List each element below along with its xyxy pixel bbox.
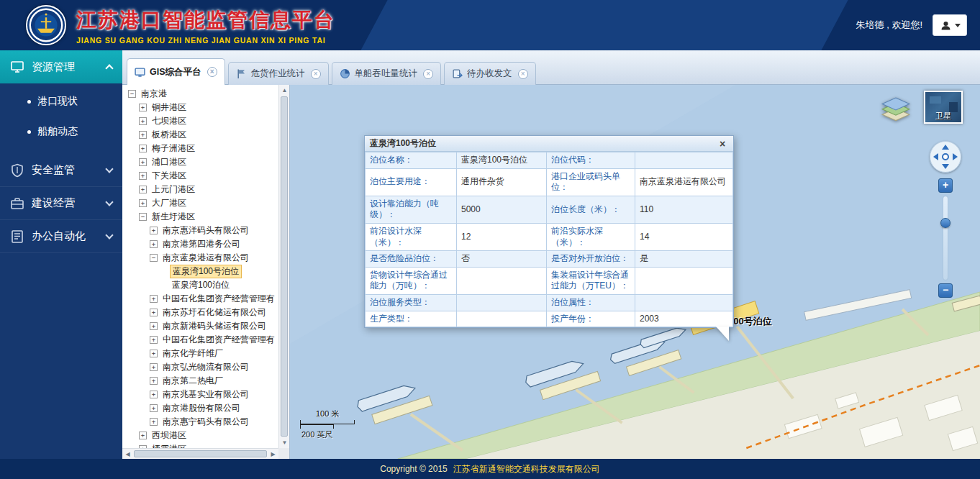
tree-node[interactable]: +浦口港区: [125, 155, 278, 169]
pan-control[interactable]: [930, 141, 961, 173]
expand-icon[interactable]: +: [150, 391, 158, 398]
zoom-slider-track[interactable]: [943, 196, 948, 280]
tab-close-icon[interactable]: ×: [518, 69, 528, 79]
tab-close-icon[interactable]: ×: [311, 69, 321, 79]
collapse-icon[interactable]: −: [128, 90, 136, 98]
monitor-icon: [10, 60, 24, 74]
sidebar-item-resources[interactable]: 资源管理: [0, 50, 122, 83]
pan-down-icon[interactable]: [942, 164, 949, 169]
close-icon[interactable]: ×: [717, 139, 728, 149]
tree-node[interactable]: +南京新港码头储运有限公司: [125, 319, 278, 333]
tree-node[interactable]: +下关港区: [125, 169, 278, 183]
scale-feet-bar: [300, 424, 334, 429]
expand-icon[interactable]: +: [139, 158, 147, 166]
expand-icon[interactable]: +: [150, 377, 158, 385]
bullet-icon: [27, 100, 31, 104]
tree-node[interactable]: +南京兆基实业有限公司: [125, 388, 278, 401]
sidebar-item-construction-management[interactable]: 建设经营: [0, 187, 122, 220]
tree-node[interactable]: +南京港股份有限公司: [125, 401, 278, 415]
tree-node[interactable]: +铜井港区: [125, 101, 278, 114]
expand-icon[interactable]: +: [150, 227, 158, 234]
pan-up-icon[interactable]: [942, 145, 949, 150]
collapse-icon[interactable]: −: [139, 213, 147, 221]
tree-node-label: 南京港股份有限公司: [160, 402, 242, 414]
zoom-slider-handle[interactable]: [940, 218, 950, 228]
tree-node[interactable]: +南京苏圩石化储运有限公司: [125, 306, 278, 319]
expand-icon[interactable]: +: [139, 117, 147, 125]
expand-icon[interactable]: +: [139, 199, 147, 207]
sidebar-subitem-port-status[interactable]: 港口现状: [0, 86, 122, 117]
horizontal-scroll-thumb[interactable]: [134, 450, 267, 457]
expand-icon[interactable]: +: [150, 295, 158, 303]
user-menu-button[interactable]: [933, 14, 967, 36]
zoom-out-button[interactable]: −: [938, 283, 953, 298]
tab-ship-throughput-stats[interactable]: 单船吞吐量统计×: [332, 62, 442, 85]
tree-node[interactable]: +大厂港区: [125, 196, 278, 210]
scroll-left-icon[interactable]: ◀: [122, 449, 133, 459]
scroll-down-icon[interactable]: ▼: [279, 437, 290, 448]
expand-icon[interactable]: +: [139, 186, 147, 193]
expand-icon[interactable]: +: [139, 172, 147, 180]
tab-close-icon[interactable]: ×: [423, 69, 433, 79]
satellite-view-button[interactable]: 卫星: [924, 91, 963, 124]
pan-right-icon[interactable]: [953, 153, 958, 160]
scroll-right-icon[interactable]: ▶: [268, 449, 278, 459]
tree-node[interactable]: +板桥港区: [125, 128, 278, 142]
chevron-down-icon: [105, 231, 113, 239]
tab-label: 待办收发文: [467, 68, 512, 80]
expand-icon[interactable]: +: [150, 350, 158, 357]
expand-icon[interactable]: +: [150, 336, 158, 344]
tree-node[interactable]: +西坝港区: [125, 429, 278, 442]
tree-node[interactable]: +七坝港区: [125, 114, 278, 128]
expand-icon[interactable]: +: [139, 432, 147, 439]
expand-icon[interactable]: +: [150, 322, 158, 330]
tree-node[interactable]: +南京惠宁码头有限公司: [125, 415, 278, 429]
popup-table-body: 泊位名称：蓝泉湾100号泊位泊位代码：泊位主要用途：通用件杂货港口企业或码头单位…: [366, 152, 733, 327]
expand-icon[interactable]: +: [150, 309, 158, 316]
tree-node[interactable]: −新生圩港区: [125, 210, 278, 224]
gis-map[interactable]: 蓝泉湾100号泊位 × 泊位名称：蓝泉湾100号泊位泊位代码：泊位主要用途：通用…: [290, 85, 980, 459]
tab-gis[interactable]: GIS综合平台×: [127, 58, 225, 85]
tree-node[interactable]: 蓝泉湾100号泊位: [125, 265, 278, 278]
expand-icon[interactable]: +: [139, 104, 147, 111]
expand-icon[interactable]: +: [150, 418, 158, 426]
expand-icon[interactable]: +: [150, 240, 158, 248]
tree-node[interactable]: +南京第二热电厂: [125, 374, 278, 388]
expand-icon[interactable]: +: [139, 131, 147, 139]
pan-center-icon[interactable]: [942, 153, 949, 160]
tree-node[interactable]: +梅子洲港区: [125, 142, 278, 155]
tab-close-icon[interactable]: ×: [207, 67, 217, 77]
zoom-in-button[interactable]: +: [938, 178, 953, 193]
tree-node[interactable]: +南京化学纤维厂: [125, 347, 278, 360]
tree-node[interactable]: +南京港第四港务公司: [125, 237, 278, 251]
tree-node[interactable]: +南京惠洋码头有限公司: [125, 224, 278, 237]
expand-icon[interactable]: +: [139, 145, 147, 152]
tree-node[interactable]: +栖霞港区: [125, 442, 278, 448]
sidebar-item-office-automation[interactable]: 办公自动化: [0, 220, 122, 253]
scrollbar-corner: [278, 448, 289, 459]
vertical-scroll-thumb[interactable]: [281, 96, 288, 437]
expand-icon[interactable]: +: [150, 363, 158, 371]
tree-node[interactable]: +上元门港区: [125, 183, 278, 196]
tree-node-label: 蓝泉湾100泊位: [170, 279, 232, 291]
tree-horizontal-scrollbar[interactable]: ◀ ▶: [122, 448, 278, 459]
collapse-icon[interactable]: −: [150, 254, 158, 262]
chevron-down-icon: [105, 165, 113, 173]
sidebar-subitem-ship-dynamics[interactable]: 船舶动态: [0, 117, 122, 147]
tree-node[interactable]: 蓝泉湾100泊位: [125, 278, 278, 292]
sidebar-item-safety-supervision[interactable]: 安全监管: [0, 154, 122, 187]
tree-node[interactable]: +南京弘光物流有限公司: [125, 360, 278, 374]
scroll-up-icon[interactable]: ▲: [279, 85, 290, 96]
tab-todo-documents[interactable]: 待办收发文×: [444, 62, 536, 85]
layers-icon[interactable]: [881, 96, 911, 122]
pan-left-icon[interactable]: [933, 153, 938, 160]
tree-node[interactable]: +中国石化集团资产经营管理有: [125, 333, 278, 347]
map-zoom-control: + −: [930, 141, 961, 298]
tree-node[interactable]: +中国石化集团资产经营管理有: [125, 292, 278, 306]
tree-node[interactable]: −南京港: [125, 87, 278, 101]
expand-icon[interactable]: +: [150, 404, 158, 412]
tree-node[interactable]: −南京蓝泉港运有限公司: [125, 251, 278, 265]
tab-dangerous-cargo-stats[interactable]: 危货作业统计×: [228, 62, 329, 85]
tree-node-label: 蓝泉湾100号泊位: [170, 265, 242, 278]
tree-vertical-scrollbar[interactable]: ▲ ▼: [278, 85, 289, 448]
